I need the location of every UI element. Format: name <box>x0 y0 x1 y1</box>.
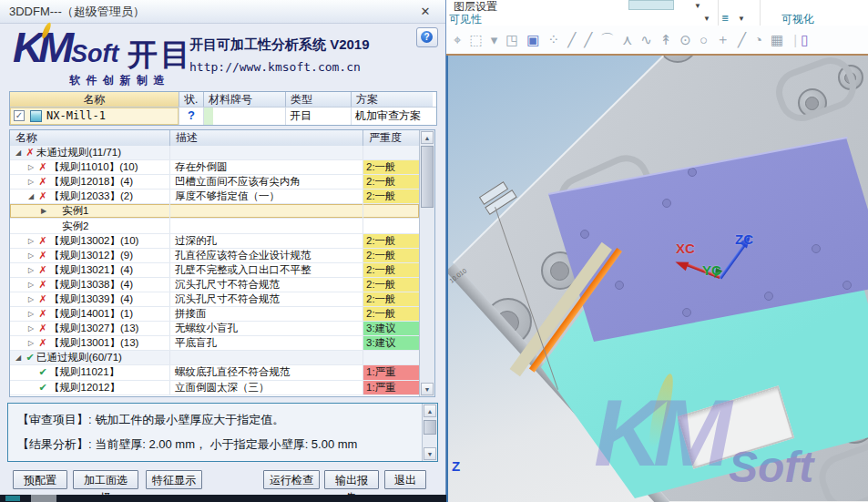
col-header-rule-name[interactable]: 名称 <box>10 130 170 146</box>
rule-row[interactable]: ▷✗【规则13002】(10)过深的孔2:一般 <box>10 234 419 249</box>
rule-row[interactable]: ▷✗【规则13027】(13)无螺纹小盲孔3:建议 <box>10 322 419 336</box>
rule-row[interactable]: ▷✗【规则13012】(9)孔直径应该符合企业设计规范2:一般 <box>10 249 419 263</box>
chevron-down-icon[interactable]: ▼ <box>694 2 701 10</box>
rule-name: 【规则12033】(2) <box>49 190 133 203</box>
datum-axis-icon[interactable]: ↟ <box>660 32 672 48</box>
rule-row[interactable]: ▷✗【规则11010】(10)存在外倒圆2:一般 <box>10 160 419 175</box>
rule-row[interactable]: ✔【规则11021】螺纹底孔直径不符合规范1:严重 <box>10 365 419 380</box>
spline-icon[interactable]: ∿ <box>640 32 652 48</box>
line-icon[interactable]: ╱ <box>567 32 576 48</box>
fail-icon: ✗ <box>36 264 49 276</box>
rule-row[interactable]: ▷✗【规则12018】(4)凹槽立面间不应该有尖内角2:一般 <box>10 175 419 190</box>
analysis-scrollbar[interactable]: ▲ ▼ <box>422 404 437 461</box>
machining-face-select-button[interactable]: 加工面选择 <box>73 470 138 489</box>
scroll-down-icon[interactable]: ▼ <box>424 447 436 460</box>
tag-tool-icon[interactable]: ⌖ <box>454 32 461 48</box>
scroll-up-icon[interactable]: ▲ <box>421 131 434 144</box>
tree-expander-icon[interactable]: ▷ <box>26 281 36 289</box>
line-2-icon[interactable]: ╱ <box>738 32 746 48</box>
rule-row[interactable]: ◢✗未通过规则(11/71) <box>10 146 419 160</box>
mini-tool-icon[interactable]: ≣ <box>721 13 729 23</box>
rule-row[interactable]: ▷✗【规则13001】(13)平底盲孔3:建议 <box>10 336 419 351</box>
logo-km: KM <box>13 26 68 68</box>
scroll-down-icon[interactable]: ▼ <box>421 383 434 395</box>
preconfig-button[interactable]: 预配置 <box>13 470 67 489</box>
col-header-type[interactable]: 类型 <box>286 92 352 107</box>
3d-viewport[interactable]: XC YC ZC 10.010 Z KM Soft <box>446 56 868 502</box>
rule-description: 平底盲孔 <box>170 336 363 350</box>
tree-expander-icon[interactable]: ◢ <box>13 353 24 362</box>
chevron-down-icon[interactable]: ▼ <box>703 15 710 23</box>
run-check-button[interactable]: 运行检查 <box>263 470 320 489</box>
rule-row[interactable]: ▷✗【规则14001】(1)拼接面2:一般 <box>10 307 419 322</box>
circle-center-icon[interactable]: ⊙ <box>679 32 691 48</box>
dialog-title: 3DDFM---（超级管理员） <box>9 5 145 18</box>
tree-expander-icon[interactable]: ▷ <box>26 251 36 260</box>
selection-dropdown-icon[interactable]: ▾ <box>491 32 498 48</box>
rule-row[interactable]: ◢✗【规则12033】(2)厚度不够指定值（一）2:一般 <box>10 190 419 204</box>
tree-expander-icon[interactable]: ▷ <box>26 163 36 171</box>
part-checkbox[interactable]: ✓ <box>14 110 25 121</box>
rule-row[interactable]: ▶实例1 <box>10 204 419 219</box>
tree-expander-icon[interactable]: ◢ <box>26 192 36 200</box>
col-header-material[interactable]: 材料牌号 <box>204 92 286 107</box>
exit-button[interactable]: 退出 <box>384 470 426 489</box>
shaded-cube-icon[interactable]: ▣ <box>526 32 539 48</box>
rule-row[interactable]: ▷✗【规则13039】(4)沉头孔尺寸不符合规范2:一般 <box>10 292 419 307</box>
col-header-plan[interactable]: 方案 <box>352 92 433 107</box>
tree-expander-icon[interactable]: ▷ <box>26 295 36 303</box>
explode-icon[interactable]: ⁘ <box>548 32 560 48</box>
tree-expander-icon[interactable]: ◢ <box>13 149 24 157</box>
feature-display-button[interactable]: 特征显示 <box>146 470 202 489</box>
fail-icon: ✗ <box>36 250 49 261</box>
rule-name: 未通过规则(11/71) <box>36 146 121 159</box>
arc-icon[interactable]: ⌒ <box>600 31 614 48</box>
toolbar-separator: | <box>793 32 797 47</box>
tree-expander-icon[interactable]: ▶ <box>38 207 49 215</box>
face-icon[interactable]: ◔ <box>754 32 762 47</box>
col-header-status[interactable]: 状. <box>179 92 204 107</box>
col-header-name[interactable]: 名称 <box>10 92 179 107</box>
rounded-slot <box>770 56 863 128</box>
rule-row[interactable]: 实例2 <box>10 219 419 233</box>
col-header-description[interactable]: 描述 <box>170 130 363 146</box>
output-report-button[interactable]: 输出报告 <box>324 470 379 489</box>
tree-expander-icon[interactable]: ▷ <box>26 266 36 274</box>
wireframe-cube-icon[interactable]: ◳ <box>505 32 518 48</box>
scrollbar-thumb[interactable] <box>424 420 436 435</box>
rule-name-cell: ▷✗【规则13038】(4) <box>10 278 170 292</box>
polyline-icon[interactable]: ╱ <box>584 32 592 48</box>
tree-expander-icon[interactable]: ▷ <box>26 310 36 318</box>
rule-description: 立面倒圆太深（三） <box>170 381 363 394</box>
col-header-severity[interactable]: 严重度 <box>363 130 420 146</box>
grid-icon[interactable]: ▦ <box>771 32 783 48</box>
rule-name: 【规则13002】(10) <box>49 234 138 248</box>
chevron-down-icon[interactable]: ▼ <box>738 15 745 23</box>
part-row[interactable]: ✓ NX-Mill-1 ? 开目 机加审查方案 <box>10 107 436 125</box>
rule-row[interactable]: ▷✗【规则13038】(4)沉头孔尺寸不符合规范2:一般 <box>10 278 419 292</box>
rule-row[interactable]: ▷✗【规则13021】(4)孔壁不完整或入口出口不平整2:一般 <box>10 263 419 278</box>
close-icon[interactable]: ✕ <box>418 5 433 19</box>
selection-box-icon[interactable]: ⬚ <box>469 32 482 48</box>
rules-scrollbar[interactable]: ▲ ▼ <box>419 130 434 396</box>
part-type-cell: 开目 <box>286 108 352 125</box>
tree-expander-icon[interactable]: ▷ <box>26 178 36 186</box>
pass-icon: ✔ <box>24 352 36 364</box>
scrollbar-thumb[interactable] <box>421 146 434 208</box>
rule-row[interactable]: ◢✔已通过规则(60/71) <box>10 351 419 365</box>
layer-dropdown[interactable] <box>628 0 674 10</box>
studio-spline-icon[interactable]: ⋏ <box>622 32 632 48</box>
tree-expander-icon[interactable]: ▷ <box>26 324 36 333</box>
fail-icon: ✗ <box>36 279 49 291</box>
tree-expander-icon[interactable]: ▷ <box>26 339 36 347</box>
scroll-up-icon[interactable]: ▲ <box>424 405 436 417</box>
point-icon[interactable]: ＋ <box>716 31 730 48</box>
rule-name: 【规则13001】(13) <box>49 336 138 350</box>
rule-description: 过深的孔 <box>170 234 363 248</box>
rule-row[interactable]: ✔【规则12012】立面倒圆太深（三）1:严重 <box>10 381 419 395</box>
tree-expander-icon[interactable]: ▷ <box>26 237 36 245</box>
part-name-cell[interactable]: ✓ NX-Mill-1 <box>10 108 179 125</box>
annotation-icon[interactable]: ▯ <box>801 32 808 48</box>
nx-ribbon: 图层设置 ▼ 可见性 ▼ ≣ ▼ 可视化 <box>446 0 868 26</box>
ellipse-icon[interactable]: ○ <box>700 32 708 47</box>
